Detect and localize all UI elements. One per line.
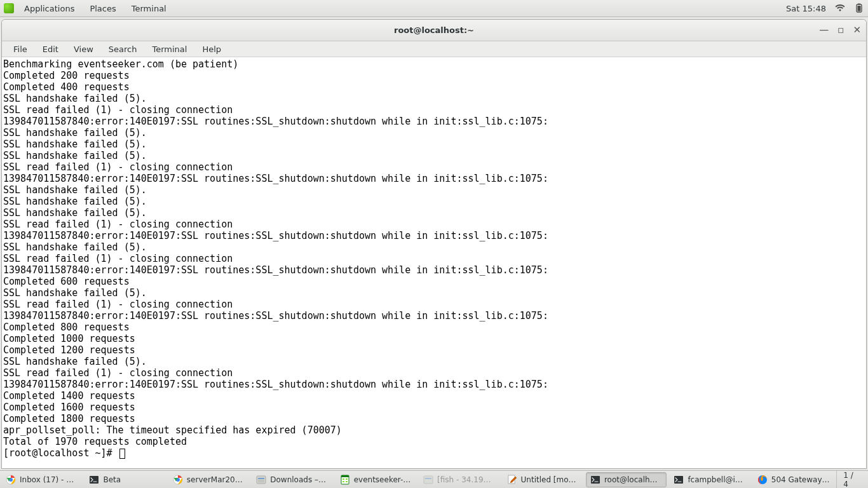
applications-menu[interactable]: Applications [17,1,82,16]
task-beta[interactable]: Beta [85,472,165,487]
gnome-foot-icon [4,3,14,13]
task-eventseeker-[interactable]: eventseeker-… [336,472,416,487]
terminal-output[interactable]: Benchmarking eventseeker.com (be patient… [2,57,866,468]
task-label: [fish - 34.19… [437,475,491,484]
task-label: Untitled [mo… [521,475,576,484]
task-label: eventseeker-… [354,475,411,484]
wifi-icon[interactable] [835,3,845,13]
bottom-taskbar: Inbox (17) - …BetaserverMar20…Downloads … [0,470,868,488]
task-servermar20-[interactable]: serverMar20… [168,472,249,487]
menu-search[interactable]: Search [101,43,145,56]
svg-rect-10 [258,480,264,481]
task-label: root@localh… [604,475,658,484]
svg-rect-18 [424,476,433,484]
calc-icon [340,475,350,485]
terminal-window: root@localhost:~ — ▫ ✕ FileEditViewSearc… [1,19,867,469]
task--fish-34-19-[interactable]: [fish - 34.19… [419,472,499,487]
task-label: Downloads –… [270,475,326,484]
task-inbox-17-[interactable]: Inbox (17) - … [1,472,82,487]
window-title: root@localhost:~ [394,25,474,35]
files-dim-icon [423,475,433,485]
task-fcampbell-i-[interactable]: fcampbell@i… [669,472,750,487]
svg-rect-17 [346,481,348,482]
battery-icon[interactable] [854,3,864,13]
svg-rect-5 [90,476,98,484]
menu-edit[interactable]: Edit [35,43,66,56]
task-root-localh-[interactable]: root@localh… [586,472,667,487]
task-504-gateway-[interactable]: 504 Gateway… [753,472,834,487]
firefox-icon [757,475,768,485]
svg-rect-13 [341,475,349,477]
maximize-button[interactable]: ▫ [837,25,844,35]
terminal-icon [674,475,684,485]
prompt: [root@localhost ~]# [3,447,118,459]
task-untitled-mo-[interactable]: Untitled [mo… [503,472,583,487]
task-label: 504 Gateway… [771,475,830,484]
chrome-icon [6,475,16,485]
svg-rect-2 [858,6,861,11]
menu-terminal[interactable]: Terminal [144,43,194,56]
svg-rect-15 [346,478,348,480]
gedit-icon [507,475,517,485]
svg-rect-16 [342,481,344,482]
menu-file[interactable]: File [6,43,35,56]
svg-rect-11 [258,481,264,482]
task-label: serverMar20… [187,475,243,484]
window-titlebar[interactable]: root@localhost:~ — ▫ ✕ [2,20,866,41]
svg-rect-21 [591,476,600,484]
svg-rect-9 [258,478,264,479]
task-label: Inbox (17) - … [20,475,74,484]
chrome-icon [173,475,183,485]
menu-view[interactable]: View [66,43,101,56]
minimize-button[interactable]: — [819,25,829,35]
svg-rect-14 [342,478,344,480]
task-label: Beta [103,475,121,484]
menubar: FileEditViewSearchTerminalHelp [2,41,866,57]
workspace-indicator[interactable]: 1 / 4 [836,471,867,488]
close-button[interactable]: ✕ [853,25,861,35]
task-label: fcampbell@i… [688,475,742,484]
svg-rect-22 [674,476,683,484]
active-app-menu[interactable]: Terminal [124,1,174,16]
terminal-icon [590,475,600,485]
terminal-cursor [119,449,125,459]
task-downloads-[interactable]: Downloads –… [252,472,332,487]
places-menu[interactable]: Places [82,1,123,16]
menu-help[interactable]: Help [194,43,229,56]
clock[interactable]: Sat 15:48 [786,4,826,13]
terminal-icon [89,475,99,485]
svg-rect-19 [425,478,431,479]
svg-rect-1 [858,4,860,5]
files-icon [256,475,266,485]
top-panel: Applications Places Terminal Sat 15:48 [0,0,868,17]
